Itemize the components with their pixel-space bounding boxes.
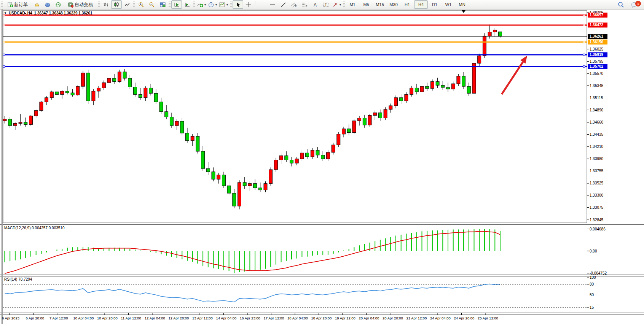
arrows-caret-icon: ▾ [340, 3, 341, 6]
indicators-button[interactable]: ▾ [196, 0, 207, 9]
timeframe-buttons: M1M5M15M30H1H4D1W1MN [346, 0, 469, 9]
text-label-icon: T [323, 2, 329, 8]
toolbar-grip[interactable] [169, 2, 171, 8]
svg-text:0.00: 0.00 [590, 249, 597, 253]
hline-handle[interactable] [3, 54, 5, 56]
timeframe-MN[interactable]: MN [455, 0, 469, 9]
timeframe-D1[interactable]: D1 [428, 0, 442, 9]
trendline-button[interactable] [278, 0, 289, 9]
hline-1.35702[interactable]: 1.35702 [3, 64, 607, 69]
periods-button[interactable]: ▾ [207, 0, 218, 9]
chart-canvas[interactable]: 1.367051.360251.357951.355701.353451.351… [0, 9, 644, 324]
zoom-in-button[interactable] [136, 0, 147, 9]
fibonacci-button[interactable]: F [299, 0, 310, 9]
svg-text:1.35795: 1.35795 [590, 59, 604, 64]
svg-text:1.36261: 1.36261 [590, 34, 604, 38]
timeframe-M5[interactable]: M5 [359, 0, 373, 9]
svg-text:50: 50 [590, 293, 594, 297]
notification-badge[interactable]: 1 [635, 1, 641, 6]
crosshair-button[interactable] [243, 0, 254, 9]
auto-scroll-button[interactable] [171, 0, 182, 9]
time-scale[interactable]: 6 Apr 20236 Apr 20:007 Apr 12:0010 Apr 0… [2, 313, 498, 320]
macd-signal-line [5, 231, 501, 273]
svg-text:1.33755: 1.33755 [590, 169, 604, 173]
arrows-button[interactable]: ▾ [331, 0, 342, 9]
candlestick-chart-button[interactable] [111, 0, 122, 9]
chart-shift-button[interactable] [182, 0, 193, 9]
toolbar-grip[interactable] [98, 2, 100, 8]
timeframe-H1[interactable]: H1 [400, 0, 414, 9]
hline-handle[interactable] [583, 41, 585, 43]
equidistant-channel-button[interactable]: E [289, 0, 299, 9]
new-order-button[interactable]: 新订单 [3, 0, 32, 9]
line-chart-button[interactable] [122, 0, 132, 9]
arrows-icon [332, 2, 338, 8]
svg-text:15: 15 [590, 305, 594, 310]
rsi-line [5, 284, 501, 302]
svg-text:1.33525: 1.33525 [590, 181, 604, 185]
toolbar-grip[interactable] [133, 2, 135, 8]
publish-button[interactable] [42, 0, 53, 9]
svg-text:1.33300: 1.33300 [590, 193, 604, 197]
horizontal-line-button[interactable] [267, 0, 278, 9]
cursor-button[interactable] [233, 0, 243, 9]
signal-button[interactable] [53, 0, 64, 9]
toolbar-grip[interactable] [1, 2, 3, 8]
hline-handle[interactable] [583, 14, 585, 16]
trendline-icon [281, 2, 286, 8]
vertical-line-button[interactable] [257, 0, 267, 9]
hline-handle[interactable] [3, 65, 5, 67]
timeframe-M15[interactable]: M15 [373, 0, 387, 9]
timeframe-M30[interactable]: M30 [387, 0, 400, 9]
svg-text:12 Apr 20:00: 12 Apr 20:00 [169, 316, 189, 320]
hline-1.36156[interactable]: 1.36156 [3, 40, 607, 44]
tile-windows-button[interactable] [157, 0, 168, 9]
toolbar-grip[interactable] [193, 2, 195, 8]
text-button[interactable]: A [310, 0, 320, 9]
svg-text:1.36472: 1.36472 [590, 23, 604, 27]
cursor-icon [236, 2, 241, 8]
hline-handle[interactable] [3, 41, 5, 43]
hline-1.36472[interactable]: 1.36472 [3, 22, 607, 27]
text-label-button[interactable]: T [320, 0, 331, 9]
toolbar-grip[interactable] [343, 2, 345, 8]
hline-1.35919[interactable]: 1.35919 [3, 52, 607, 57]
hline-handle[interactable] [3, 24, 5, 26]
hline-handle[interactable] [583, 65, 585, 67]
timeframe-M1[interactable]: M1 [346, 0, 359, 9]
hline-handle[interactable] [583, 24, 585, 26]
auto-trading-button[interactable]: 自动交易 [64, 0, 97, 9]
svg-text:1.36156: 1.36156 [590, 40, 604, 44]
horizontal-line-icon [270, 2, 276, 8]
chart-title: ▼ USDCAD-,H4 1.36347 1.36348 1.36239 1.3… [4, 11, 92, 15]
svg-text:17 Apr 12:00: 17 Apr 12:00 [264, 316, 284, 320]
bar-chart-button[interactable] [100, 0, 111, 9]
svg-text:-0.004752: -0.004752 [590, 271, 607, 275]
zoom-out-icon [149, 2, 155, 8]
timeframe-W1[interactable]: W1 [442, 0, 455, 9]
indicators-caret-icon: ▾ [204, 3, 206, 6]
rsi-label: RSI(14) 78.7294 [4, 277, 32, 281]
svg-text:1.34660: 1.34660 [590, 120, 604, 124]
svg-text:100: 100 [590, 275, 596, 280]
hline-handle[interactable] [583, 54, 585, 56]
symbol-marker-icon: ▼ [4, 11, 7, 15]
zoom-out-button[interactable] [147, 0, 157, 9]
search-icon[interactable] [618, 2, 624, 8]
bar-marker-icon [462, 10, 465, 13]
text-icon: A [313, 2, 318, 8]
svg-text:F: F [306, 5, 307, 8]
mt4-window: 新订单 自动交易 [0, 0, 644, 324]
timeframe-H4[interactable]: H4 [414, 0, 428, 9]
arrow-annotation[interactable] [502, 56, 527, 94]
svg-text:18 Apr 20:00: 18 Apr 20:00 [311, 316, 332, 320]
templates-button[interactable]: ▾ [218, 0, 229, 9]
toolbar-grip[interactable] [230, 2, 232, 8]
svg-text:10 Apr 04:00: 10 Apr 04:00 [73, 316, 94, 320]
signal-icon [55, 2, 61, 8]
svg-text:18 Apr 04:00: 18 Apr 04:00 [287, 316, 308, 320]
candlesticks [3, 25, 502, 210]
indicator-scales[interactable]: 0.0046860.00-0.004752100805015 [587, 227, 607, 310]
market-depth-button[interactable] [32, 0, 42, 9]
hline-1.36657[interactable]: 1.36657 [3, 13, 607, 17]
